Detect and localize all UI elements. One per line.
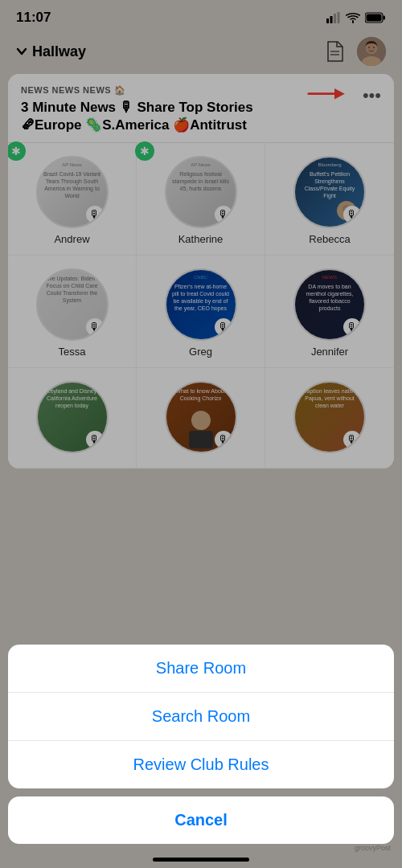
home-indicator xyxy=(153,858,249,862)
review-club-rules-button[interactable]: Review Club Rules xyxy=(8,741,394,788)
bottom-sheet: Share Room Search Room Review Club Rules… xyxy=(0,645,402,868)
cancel-button[interactable]: Cancel xyxy=(8,796,394,844)
search-room-button[interactable]: Search Room xyxy=(8,693,394,741)
sheet-action-group: Share Room Search Room Review Club Rules xyxy=(8,645,394,788)
share-room-button[interactable]: Share Room xyxy=(8,645,394,693)
cancel-group: Cancel xyxy=(8,796,394,844)
